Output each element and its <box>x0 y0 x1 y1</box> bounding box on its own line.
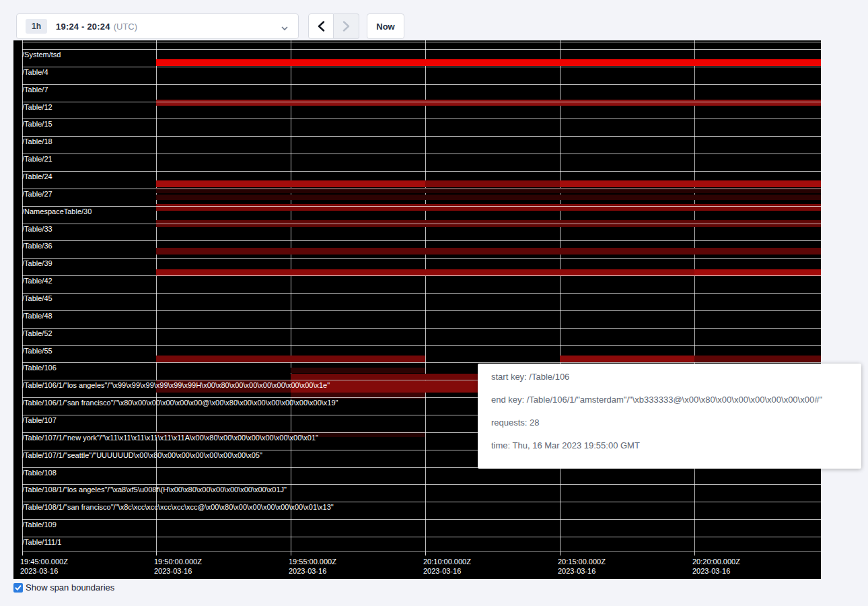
row-label: /System/tsd <box>22 51 61 59</box>
span-boundary-line <box>22 154 821 154</box>
tooltip-start-key: start key: /Table/106 <box>491 372 855 382</box>
axis-tick-label: 19:45:00.000Z2023-03-16 <box>20 557 68 576</box>
axis-tick-date: 2023-03-16 <box>423 566 471 576</box>
axis-tick-time: 19:45:00.000Z <box>20 557 68 566</box>
span-boundary-line <box>22 275 821 276</box>
duration-badge: 1h <box>26 19 47 34</box>
axis-tick-label: 19:55:00.000Z2023-03-16 <box>289 557 336 576</box>
heat-band[interactable] <box>560 356 694 362</box>
time-grid-line <box>694 40 695 552</box>
row-label: /Table/106/1/"san francisco"/"\x80\x00\x… <box>22 399 338 407</box>
span-boundary-line <box>22 67 821 67</box>
heat-band[interactable] <box>425 180 560 187</box>
now-button[interactable]: Now <box>367 13 404 39</box>
tooltip-end-key: end key: /Table/106/1/"amsterdam"/"\xb33… <box>491 395 855 405</box>
row-label: /Table/107/1/"seattle"/"UUUUUUD\x00\x80\… <box>22 452 262 459</box>
show-span-boundaries-checkbox[interactable] <box>13 583 23 593</box>
axis-tick-date: 2023-03-16 <box>289 566 336 576</box>
prev-range-button[interactable] <box>308 13 334 39</box>
span-boundary-line <box>22 240 821 241</box>
heat-band[interactable] <box>156 100 821 106</box>
span-boundary-line <box>22 119 821 119</box>
axis-tick-time: 20:20:00.000Z <box>692 557 740 566</box>
span-boundary-line <box>22 310 821 311</box>
row-label: /Table/39 <box>22 260 52 267</box>
heat-band[interactable] <box>156 248 821 255</box>
heat-band[interactable] <box>156 59 821 66</box>
next-range-button[interactable] <box>334 13 359 39</box>
span-boundary-line <box>22 502 821 502</box>
span-boundary-line <box>22 171 821 172</box>
row-label: /Table/106 <box>22 364 57 372</box>
span-boundary-line <box>22 84 821 85</box>
heat-band[interactable] <box>156 180 425 187</box>
chevron-down-icon <box>281 22 289 34</box>
row-label: /Table/108/1/"los angeles"/"\xa8\xf5\u00… <box>22 486 287 494</box>
span-boundary-line <box>22 484 821 485</box>
axis-tick-mark <box>22 552 23 556</box>
time-grid-line <box>291 40 291 552</box>
row-label: /Table/52 <box>22 330 52 337</box>
time-range-text: 19:24 - 20:24 <box>56 22 110 32</box>
span-boundary-line <box>22 345 821 346</box>
axis-tick-label: 20:20:00.000Z2023-03-16 <box>692 557 740 576</box>
span-boundary-line <box>22 224 821 224</box>
row-label: /Table/107 <box>22 417 57 424</box>
axis-tick-time: 19:55:00.000Z <box>289 557 336 566</box>
row-label: /NamespaceTable/30 <box>22 208 92 215</box>
span-boundary-line <box>22 42 821 42</box>
heat-band[interactable] <box>560 180 821 187</box>
axis-tick-time: 19:50:00.000Z <box>154 557 202 566</box>
axis-tick-date: 2023-03-16 <box>154 566 202 576</box>
heatmap-area[interactable]: /System/tsd/Table/4/Table/7/Table/12/Tab… <box>13 40 821 552</box>
check-icon <box>15 584 22 591</box>
show-span-boundaries-control: Show span boundaries <box>13 583 114 593</box>
row-label: /Table/27 <box>22 191 52 198</box>
axis-tick-label: 19:50:00.000Z2023-03-16 <box>154 557 202 576</box>
span-boundary-line <box>22 537 821 537</box>
toolbar: 1h 19:24 - 20:24 (UTC) Now <box>0 0 868 40</box>
row-label: /Table/24 <box>22 173 52 180</box>
row-label: /Table/48 <box>22 312 52 320</box>
time-grid-line <box>425 40 426 552</box>
span-boundary-line <box>22 136 821 137</box>
heat-band[interactable] <box>694 356 821 362</box>
range-nav-group <box>308 13 359 39</box>
span-boundary-line <box>22 551 821 552</box>
span-boundary-line <box>22 189 821 189</box>
span-boundary-line <box>22 102 821 102</box>
row-label: /Table/109 <box>22 521 57 529</box>
heat-band[interactable] <box>291 368 425 373</box>
row-label: /Table/15 <box>22 121 52 128</box>
span-boundary-line <box>22 258 821 259</box>
row-label: /Table/45 <box>22 295 52 302</box>
time-grid-line <box>560 40 560 552</box>
row-label: /Table/33 <box>22 226 52 233</box>
span-boundary-line <box>22 293 821 294</box>
row-label: /Table/106/1/"los angeles"/"\x99\x99\x99… <box>22 382 330 389</box>
row-label: /Table/111/1 <box>22 539 61 546</box>
axis-tick-mark <box>694 552 695 556</box>
axis-tick-label: 20:10:00.000Z2023-03-16 <box>423 557 471 576</box>
row-label: /Table/12 <box>22 104 52 111</box>
heat-band[interactable] <box>156 195 821 200</box>
heat-band[interactable] <box>156 204 821 211</box>
span-tooltip: start key: /Table/106 end key: /Table/10… <box>478 364 861 469</box>
row-label: /Table/42 <box>22 277 52 285</box>
time-range-select[interactable]: 1h 19:24 - 20:24 (UTC) <box>16 13 299 39</box>
axis-tick-mark <box>560 552 560 556</box>
axis-tick-mark <box>425 552 426 556</box>
span-boundary-line <box>22 206 821 207</box>
axis-tick-time: 20:10:00.000Z <box>423 557 471 566</box>
keyvisualizer-heatmap-canvas[interactable]: /System/tsd/Table/4/Table/7/Table/12/Tab… <box>13 40 821 579</box>
row-label: /Table/107/1/"new york"/"\x11\x11\x11\x1… <box>22 434 318 442</box>
time-grid-line <box>156 40 157 552</box>
span-boundary-line <box>22 519 821 520</box>
heat-band[interactable] <box>156 356 425 362</box>
span-boundary-line <box>22 328 821 329</box>
row-label: /Table/36 <box>22 242 52 250</box>
axis-tick-date: 2023-03-16 <box>558 566 606 576</box>
row-label: /Table/18 <box>22 138 52 145</box>
tooltip-time: time: Thu, 16 Mar 2023 19:55:00 GMT <box>491 441 855 450</box>
axis-tick-date: 2023-03-16 <box>692 566 740 576</box>
